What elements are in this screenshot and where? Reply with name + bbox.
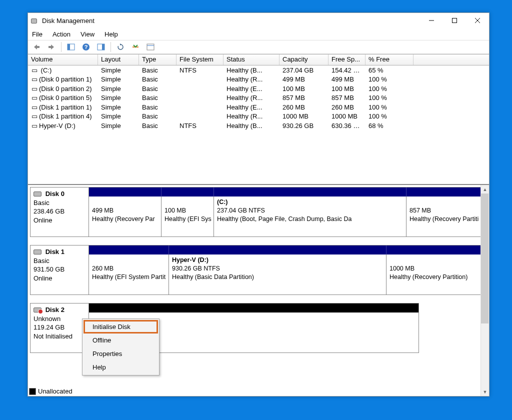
svg-rect-7 [48,46,51,48]
disk2-type: Unknown [34,315,60,322]
disk1-name: Disk 1 [46,248,64,256]
disk1-header-bar [89,246,486,254]
volume-row[interactable]: ▭(Disk 1 partition 4)SimpleBasicHealthy … [28,112,489,122]
scroll-down-icon[interactable]: ▼ [481,388,489,396]
disk0-name: Disk 0 [46,190,64,198]
app-icon [31,16,39,24]
window-title: Disk Management [42,17,420,24]
menu-help[interactable]: Help [102,30,120,39]
col-volume[interactable]: Volume [28,54,98,65]
back-button[interactable] [31,42,42,52]
menubar: File Action View Help [28,28,489,40]
disk1-type: Basic [34,257,50,264]
help-button[interactable]: ? [80,42,92,52]
disk0-type: Basic [34,199,50,206]
svg-text:?: ? [84,44,88,50]
scroll-up-icon[interactable]: ▲ [481,185,489,194]
disk-error-icon [34,308,42,312]
disk0-part2[interactable]: 100 MB Healthy (EFI Sys [162,196,214,236]
toolbar-more-button[interactable] [145,42,156,52]
col-free[interactable]: Free Sp... [328,54,366,65]
scrollbar-thumb[interactable] [481,194,488,324]
graphical-scrollbar[interactable]: ▲ ▼ [480,185,489,396]
svg-marker-4 [34,44,37,50]
ctx-properties[interactable]: Properties [84,347,158,360]
disk0-label[interactable]: Disk 0 Basic 238.46 GB Online [30,187,89,237]
menu-file[interactable]: File [30,30,44,39]
svg-marker-14 [120,44,122,46]
disk2-header-bar [89,304,418,312]
volume-row[interactable]: ▭(Disk 1 partition 1)SimpleBasicHealthy … [28,102,489,112]
disk0-size: 238.46 GB [34,208,64,215]
menu-view[interactable]: View [78,30,96,39]
refresh-button[interactable] [115,42,126,52]
maximize-button[interactable] [443,13,466,28]
svg-marker-6 [51,44,54,50]
disk1-part3[interactable]: 1000 MB Healthy (Recovery Partition) [386,254,486,294]
toolbar: ? [28,40,489,54]
volume-row[interactable]: ▭ (C:)SimpleBasicNTFSHealthy (B...237.04… [28,66,489,75]
ctx-offline[interactable]: Offline [84,334,158,347]
disk1-label[interactable]: Disk 1 Basic 931.50 GB Online [30,245,89,295]
titlebar[interactable]: Disk Management [28,13,489,28]
forward-button[interactable] [46,42,57,52]
show-hide-console-button[interactable] [66,42,76,52]
close-button[interactable] [466,13,489,28]
volume-row[interactable]: ▭(Disk 0 partition 1)SimpleBasicHealthy … [28,75,489,84]
ctx-help[interactable]: Help [84,360,158,374]
disk0-part4[interactable]: 857 MB Healthy (Recovery Partiti [406,196,486,236]
volume-row[interactable]: ▭Hyper-V (D:)SimpleBasicNTFSHealthy (B..… [28,121,489,130]
legend-unallocated-swatch [29,388,36,395]
disk0-state: Online [34,216,52,224]
disk1-part1[interactable]: 260 MB Healthy (EFI System Partit [89,254,169,294]
disk2-state: Not Initialised [34,332,72,340]
disk1-part2[interactable]: Hyper-V (D:) 930.26 GB NTFS Healthy (Bas… [169,254,386,294]
col-layout[interactable]: Layout [98,54,139,65]
graphical-view: Disk 0 Basic 238.46 GB Online 499 MB Hea… [28,184,489,396]
disk-icon [34,192,42,196]
col-fs[interactable]: File System [176,54,224,65]
volume-list[interactable]: Volume Layout Type File System Status Ca… [28,54,489,184]
svg-rect-13 [102,44,104,50]
volume-list-header[interactable]: Volume Layout Type File System Status Ca… [28,54,489,66]
volume-row[interactable]: ▭(Disk 0 partition 5)SimpleBasicHealthy … [28,94,489,103]
minimize-button[interactable] [420,13,443,28]
disk-icon [34,250,42,254]
disk-row-0[interactable]: Disk 0 Basic 238.46 GB Online 499 MB Hea… [30,187,487,237]
context-menu: Initialise Disk Offline Properties Help [82,318,160,376]
disk2-name: Disk 2 [46,306,64,314]
col-capacity[interactable]: Capacity [280,54,328,65]
disk-management-window: Disk Management File Action View Help ? [28,12,490,396]
menu-action[interactable]: Action [50,30,72,39]
col-type[interactable]: Type [139,54,176,65]
svg-rect-1 [452,18,457,23]
disk0-header-bar [89,188,486,196]
disk2-size: 119.24 GB [34,324,64,331]
disk0-part3[interactable]: (C:) 237.04 GB NTFS Healthy (Boot, Page … [214,196,406,236]
rescan-disks-button[interactable] [130,42,141,52]
legend: Unallocated [29,388,72,395]
ctx-initialise-disk[interactable]: Initialise Disk [84,320,158,334]
volume-row[interactable]: ▭(Disk 0 partition 2)SimpleBasicHealthy … [28,84,489,94]
show-hide-action-button[interactable] [96,42,106,52]
svg-rect-16 [147,44,154,50]
disk2-label[interactable]: Disk 2 Unknown 119.24 GB Not Initialised [30,303,89,353]
legend-unallocated-label: Unallocated [38,388,72,395]
disk1-size: 931.50 GB [34,266,64,273]
svg-rect-5 [37,46,40,48]
col-pfree[interactable]: % Free [366,54,414,65]
disk1-state: Online [34,274,52,282]
svg-rect-9 [68,44,70,50]
col-status[interactable]: Status [224,54,280,65]
disk-row-1[interactable]: Disk 1 Basic 931.50 GB Online 260 MB Hea… [30,245,487,295]
disk0-part1[interactable]: 499 MB Healthy (Recovery Par [89,196,162,236]
